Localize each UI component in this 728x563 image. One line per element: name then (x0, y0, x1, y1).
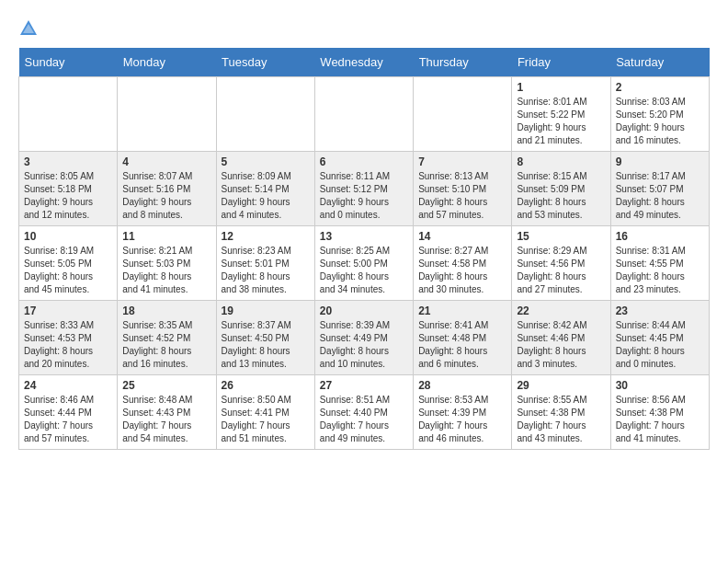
calendar-cell: 21Sunrise: 8:41 AM Sunset: 4:48 PM Dayli… (414, 301, 512, 375)
calendar-cell: 17Sunrise: 8:33 AM Sunset: 4:53 PM Dayli… (19, 301, 118, 375)
calendar-cell: 27Sunrise: 8:51 AM Sunset: 4:40 PM Dayli… (314, 375, 413, 450)
day-number: 7 (418, 155, 506, 168)
day-info: Sunrise: 8:25 AM Sunset: 5:00 PM Dayligh… (320, 245, 408, 296)
day-info: Sunrise: 8:29 AM Sunset: 4:56 PM Dayligh… (517, 245, 605, 296)
day-number: 29 (517, 379, 605, 392)
day-number: 11 (122, 230, 210, 243)
calendar-cell: 28Sunrise: 8:53 AM Sunset: 4:39 PM Dayli… (414, 375, 512, 450)
calendar-cell (118, 77, 216, 152)
day-info: Sunrise: 8:09 AM Sunset: 5:14 PM Dayligh… (222, 170, 310, 222)
day-info: Sunrise: 8:53 AM Sunset: 4:39 PM Dayligh… (418, 394, 506, 445)
day-info: Sunrise: 8:41 AM Sunset: 4:48 PM Dayligh… (418, 319, 506, 371)
calendar-cell: 26Sunrise: 8:50 AM Sunset: 4:41 PM Dayli… (216, 375, 314, 450)
calendar-cell: 5Sunrise: 8:09 AM Sunset: 5:14 PM Daylig… (216, 152, 314, 226)
calendar-cell: 10Sunrise: 8:19 AM Sunset: 5:05 PM Dayli… (19, 226, 118, 301)
calendar-cell: 8Sunrise: 8:15 AM Sunset: 5:09 PM Daylig… (512, 152, 610, 226)
day-number: 18 (122, 304, 210, 317)
calendar-cell: 30Sunrise: 8:56 AM Sunset: 4:38 PM Dayli… (610, 375, 709, 450)
day-number: 30 (616, 379, 704, 392)
calendar-cell: 2Sunrise: 8:03 AM Sunset: 5:20 PM Daylig… (610, 77, 709, 152)
day-info: Sunrise: 8:03 AM Sunset: 5:20 PM Dayligh… (616, 96, 704, 147)
calendar-cell (216, 77, 314, 152)
day-info: Sunrise: 8:05 AM Sunset: 5:18 PM Dayligh… (24, 170, 112, 222)
weekday-header: Saturday (610, 48, 709, 77)
calendar-cell: 16Sunrise: 8:31 AM Sunset: 4:55 PM Dayli… (610, 226, 709, 301)
day-info: Sunrise: 8:31 AM Sunset: 4:55 PM Dayligh… (616, 245, 704, 296)
calendar-week-row: 24Sunrise: 8:46 AM Sunset: 4:44 PM Dayli… (19, 375, 710, 450)
day-number: 19 (222, 304, 310, 317)
day-info: Sunrise: 8:56 AM Sunset: 4:38 PM Dayligh… (616, 394, 704, 445)
day-number: 25 (122, 379, 210, 392)
calendar-cell: 7Sunrise: 8:13 AM Sunset: 5:10 PM Daylig… (414, 152, 512, 226)
day-info: Sunrise: 8:44 AM Sunset: 4:45 PM Dayligh… (616, 319, 704, 371)
day-number: 6 (320, 155, 408, 168)
weekday-header: Wednesday (314, 48, 413, 77)
day-info: Sunrise: 8:46 AM Sunset: 4:44 PM Dayligh… (24, 394, 112, 445)
calendar-table: SundayMondayTuesdayWednesdayThursdayFrid… (18, 48, 710, 450)
calendar-cell (414, 77, 512, 152)
calendar-week-row: 17Sunrise: 8:33 AM Sunset: 4:53 PM Dayli… (19, 301, 710, 375)
calendar-week-row: 3Sunrise: 8:05 AM Sunset: 5:18 PM Daylig… (19, 152, 710, 226)
calendar-cell: 1Sunrise: 8:01 AM Sunset: 5:22 PM Daylig… (512, 77, 610, 152)
day-number: 21 (418, 304, 506, 317)
calendar-cell: 20Sunrise: 8:39 AM Sunset: 4:49 PM Dayli… (314, 301, 413, 375)
day-number: 28 (418, 379, 506, 392)
day-number: 4 (122, 155, 210, 168)
day-info: Sunrise: 8:42 AM Sunset: 4:46 PM Dayligh… (517, 319, 605, 371)
calendar-cell: 22Sunrise: 8:42 AM Sunset: 4:46 PM Dayli… (512, 301, 610, 375)
weekday-header: Sunday (19, 48, 118, 77)
calendar-cell (314, 77, 413, 152)
calendar-cell: 19Sunrise: 8:37 AM Sunset: 4:50 PM Dayli… (216, 301, 314, 375)
day-number: 3 (24, 155, 112, 168)
day-info: Sunrise: 8:35 AM Sunset: 4:52 PM Dayligh… (122, 319, 210, 371)
weekday-header-row: SundayMondayTuesdayWednesdayThursdayFrid… (19, 48, 710, 77)
calendar-week-row: 1Sunrise: 8:01 AM Sunset: 5:22 PM Daylig… (19, 77, 710, 152)
day-info: Sunrise: 8:19 AM Sunset: 5:05 PM Dayligh… (24, 245, 112, 296)
calendar-cell: 11Sunrise: 8:21 AM Sunset: 5:03 PM Dayli… (118, 226, 216, 301)
day-info: Sunrise: 8:48 AM Sunset: 4:43 PM Dayligh… (122, 394, 210, 445)
weekday-header: Monday (118, 48, 216, 77)
weekday-header: Thursday (414, 48, 512, 77)
page-header (18, 18, 710, 39)
day-number: 1 (517, 81, 605, 94)
day-info: Sunrise: 8:17 AM Sunset: 5:07 PM Dayligh… (616, 170, 704, 222)
day-info: Sunrise: 8:21 AM Sunset: 5:03 PM Dayligh… (122, 245, 210, 296)
calendar-cell: 12Sunrise: 8:23 AM Sunset: 5:01 PM Dayli… (216, 226, 314, 301)
weekday-header: Tuesday (216, 48, 314, 77)
day-info: Sunrise: 8:51 AM Sunset: 4:40 PM Dayligh… (320, 394, 408, 445)
calendar-cell: 23Sunrise: 8:44 AM Sunset: 4:45 PM Dayli… (610, 301, 709, 375)
calendar-cell: 25Sunrise: 8:48 AM Sunset: 4:43 PM Dayli… (118, 375, 216, 450)
day-info: Sunrise: 8:15 AM Sunset: 5:09 PM Dayligh… (517, 170, 605, 222)
calendar-cell (19, 77, 118, 152)
weekday-header: Friday (512, 48, 610, 77)
calendar-cell: 6Sunrise: 8:11 AM Sunset: 5:12 PM Daylig… (314, 152, 413, 226)
day-info: Sunrise: 8:23 AM Sunset: 5:01 PM Dayligh… (222, 245, 310, 296)
calendar-cell: 15Sunrise: 8:29 AM Sunset: 4:56 PM Dayli… (512, 226, 610, 301)
day-info: Sunrise: 8:33 AM Sunset: 4:53 PM Dayligh… (24, 319, 112, 371)
day-number: 5 (222, 155, 310, 168)
day-number: 17 (24, 304, 112, 317)
calendar-cell: 29Sunrise: 8:55 AM Sunset: 4:38 PM Dayli… (512, 375, 610, 450)
day-number: 8 (517, 155, 605, 168)
day-info: Sunrise: 8:13 AM Sunset: 5:10 PM Dayligh… (418, 170, 506, 222)
logo-icon (18, 18, 39, 39)
day-info: Sunrise: 8:39 AM Sunset: 4:49 PM Dayligh… (320, 319, 408, 371)
day-number: 26 (222, 379, 310, 392)
day-number: 16 (616, 230, 704, 243)
day-number: 20 (320, 304, 408, 317)
calendar-cell: 24Sunrise: 8:46 AM Sunset: 4:44 PM Dayli… (19, 375, 118, 450)
day-number: 12 (222, 230, 310, 243)
day-info: Sunrise: 8:07 AM Sunset: 5:16 PM Dayligh… (122, 170, 210, 222)
day-number: 2 (616, 81, 704, 94)
day-info: Sunrise: 8:11 AM Sunset: 5:12 PM Dayligh… (320, 170, 408, 222)
day-number: 24 (24, 379, 112, 392)
logo (18, 18, 42, 39)
calendar-cell: 14Sunrise: 8:27 AM Sunset: 4:58 PM Dayli… (414, 226, 512, 301)
day-number: 27 (320, 379, 408, 392)
day-info: Sunrise: 8:27 AM Sunset: 4:58 PM Dayligh… (418, 245, 506, 296)
day-number: 14 (418, 230, 506, 243)
calendar-cell: 3Sunrise: 8:05 AM Sunset: 5:18 PM Daylig… (19, 152, 118, 226)
day-number: 13 (320, 230, 408, 243)
day-number: 10 (24, 230, 112, 243)
day-info: Sunrise: 8:01 AM Sunset: 5:22 PM Dayligh… (517, 96, 605, 147)
